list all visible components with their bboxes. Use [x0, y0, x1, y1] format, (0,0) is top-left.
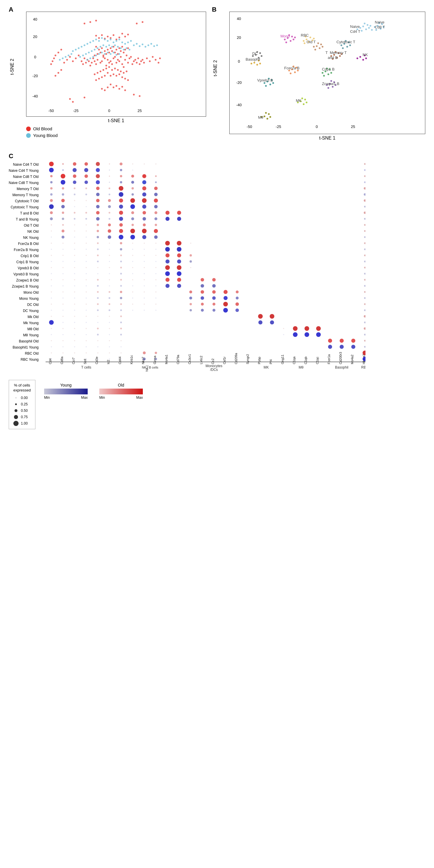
bottom-section: % of cellsexpressed 0.00 0.25 0.50 [9, 380, 425, 429]
svg-point-45 [140, 60, 142, 62]
row-label-16: Crip1 B Young [16, 259, 39, 265]
svg-point-112 [113, 34, 114, 36]
svg-point-452 [154, 187, 158, 190]
svg-point-142 [89, 21, 91, 23]
svg-point-786 [351, 345, 355, 349]
svg-point-563 [86, 249, 87, 250]
svg-point-139 [58, 72, 59, 74]
svg-point-199 [89, 58, 91, 59]
svg-point-21 [124, 59, 126, 61]
svg-point-458 [96, 193, 100, 196]
svg-point-682 [144, 298, 145, 299]
svg-point-419 [364, 169, 366, 171]
svg-text:C1qa: C1qa [292, 356, 296, 364]
svg-point-610 [155, 267, 156, 268]
svg-point-808 [16, 398, 16, 398]
svg-point-668 [189, 290, 192, 293]
svg-point-574 [62, 255, 64, 256]
size-legend: % of cellsexpressed 0.00 0.25 0.50 [9, 380, 35, 429]
svg-point-447 [96, 187, 100, 190]
svg-point-752 [316, 326, 321, 331]
row-label-20: Zcwpw1 B Young [12, 283, 39, 289]
svg-point-434 [73, 181, 76, 184]
svg-text:Cd8 T: Cd8 T [375, 25, 385, 29]
svg-point-804 [121, 359, 122, 360]
svg-point-594 [132, 261, 133, 262]
svg-point-775 [351, 339, 355, 343]
svg-point-555 [155, 243, 156, 244]
svg-point-407 [132, 163, 133, 164]
svg-point-701 [201, 303, 204, 306]
svg-point-259 [320, 43, 322, 45]
svg-text:Cd8a: Cd8a [60, 356, 64, 364]
svg-point-719 [223, 308, 228, 313]
svg-point-520 [131, 224, 134, 226]
svg-point-464 [364, 193, 366, 195]
svg-point-795 [143, 351, 146, 354]
svg-point-68 [104, 75, 106, 76]
svg-text:40: 40 [237, 17, 241, 21]
svg-point-774 [340, 339, 344, 343]
row-label-18: Vpreb3 B Young [13, 271, 39, 277]
svg-point-707 [62, 310, 64, 311]
svg-point-457 [85, 193, 87, 195]
svg-point-584 [177, 253, 181, 257]
svg-point-720 [236, 309, 239, 312]
svg-point-201 [87, 59, 88, 61]
svg-point-528 [97, 230, 99, 232]
svg-point-737 [109, 322, 110, 323]
svg-point-631 [86, 279, 87, 280]
svg-point-805 [143, 358, 146, 361]
svg-point-230 [364, 23, 366, 24]
svg-point-782 [109, 346, 110, 347]
svg-point-725 [86, 316, 87, 317]
svg-point-550 [97, 242, 99, 244]
svg-point-513 [51, 224, 52, 225]
panel-a-scatter: 40 20 0 -20 -40 -50 -25 0 25 [26, 11, 206, 117]
svg-point-183 [88, 52, 90, 53]
svg-point-712 [120, 309, 122, 311]
svg-point-708 [74, 310, 75, 311]
svg-point-459 [108, 193, 110, 195]
svg-point-761 [283, 334, 284, 335]
svg-point-726 [97, 316, 98, 317]
svg-point-115 [119, 37, 120, 38]
svg-point-203 [136, 43, 137, 45]
svg-point-114 [107, 36, 108, 37]
svg-point-267 [346, 46, 348, 48]
svg-point-81 [120, 50, 122, 52]
svg-point-102 [69, 56, 71, 58]
svg-point-551 [109, 243, 110, 244]
svg-point-553 [132, 243, 133, 244]
svg-point-467 [74, 200, 75, 201]
svg-point-325 [304, 99, 306, 100]
svg-point-655 [200, 284, 204, 287]
svg-point-635 [132, 279, 133, 280]
svg-point-724 [74, 316, 75, 317]
svg-point-146 [69, 98, 71, 100]
color-legends: Young Min Max [44, 383, 143, 400]
svg-point-646 [86, 285, 87, 286]
row-label-10: Old T Old [24, 223, 39, 228]
svg-point-402 [73, 162, 76, 166]
svg-point-663 [108, 291, 110, 293]
svg-point-49 [143, 62, 145, 64]
svg-text:-50: -50 [247, 124, 252, 129]
svg-text:-40: -40 [32, 94, 38, 98]
svg-point-547 [62, 243, 64, 244]
svg-point-717 [201, 309, 204, 312]
svg-point-65 [119, 73, 120, 75]
svg-text:-20: -20 [32, 74, 38, 78]
svg-point-778 [62, 346, 64, 347]
svg-point-305 [328, 73, 329, 75]
svg-point-334 [270, 116, 271, 118]
svg-point-163 [119, 39, 120, 40]
color-bar-old [99, 389, 143, 394]
svg-point-331 [268, 113, 270, 115]
svg-point-589 [74, 261, 75, 262]
svg-point-440 [142, 180, 146, 184]
svg-point-667 [155, 291, 156, 292]
svg-point-291 [253, 62, 255, 64]
svg-text:Fcer1a: Fcer1a [327, 354, 331, 364]
svg-point-244 [290, 40, 291, 42]
